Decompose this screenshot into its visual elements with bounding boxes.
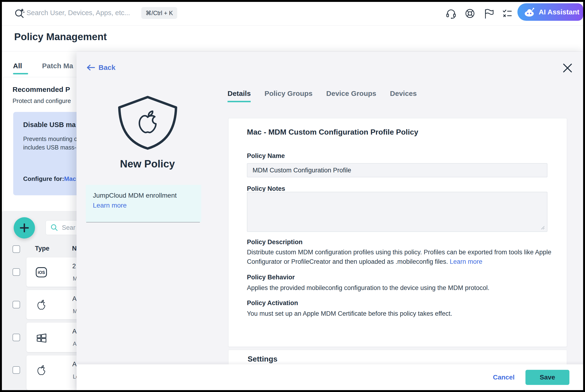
modal-footer: Cancel Save (77, 364, 585, 392)
policy-notes-textarea[interactable] (247, 192, 547, 232)
back-label: Back (99, 64, 116, 72)
policy-activation-label: Policy Activation (247, 300, 298, 307)
policy-card-heading: Mac - MDM Custom Configuration Profile P… (247, 128, 418, 136)
ios-icon: iOS (36, 267, 47, 278)
back-button[interactable]: Back (86, 64, 116, 72)
svg-text:iOS: iOS (38, 270, 45, 275)
policy-description-label: Policy Description (247, 238, 303, 246)
name-column-header[interactable]: N (72, 245, 77, 252)
new-policy-title: New Policy (87, 158, 208, 170)
enrollment-note-text: JumpCloud MDM enrollment (93, 192, 177, 199)
global-search-input[interactable]: Search User, Devices, Apps, etc... (27, 9, 130, 17)
help-lifebuoy-icon[interactable] (464, 8, 475, 19)
search-sparkle-icon[interactable] (14, 8, 25, 19)
close-icon[interactable] (562, 63, 573, 73)
tab-devices[interactable]: Devices (390, 90, 417, 102)
type-column-header[interactable]: Type (35, 245, 49, 252)
enrollment-note-box: JumpCloud MDM enrollment Learn more (86, 185, 201, 222)
row-name: A (72, 295, 77, 302)
app-window: Search User, Devices, Apps, etc... ⌘/Ctr… (0, 0, 585, 392)
recommended-policy-card-line1: Prevents mounting o (23, 136, 77, 142)
apple-shield-icon (117, 94, 178, 150)
policy-behavior-text: Applies the provided mobileconfig config… (247, 283, 554, 292)
page-title: Policy Management (14, 31, 107, 42)
tab-all[interactable]: All (13, 62, 22, 70)
select-all-checkbox[interactable] (13, 245, 20, 253)
policy-name-label: Policy Name (247, 152, 285, 160)
tab-device-groups[interactable]: Device Groups (326, 90, 376, 102)
policy-notes-label: Policy Notes (247, 185, 285, 192)
ai-robot-icon (523, 7, 535, 17)
search-icon (51, 224, 58, 232)
top-bar: Search User, Devices, Apps, etc... ⌘/Ctr… (2, 2, 583, 26)
row-name: A (72, 328, 77, 335)
recommended-subtitle: Protect and configure (13, 97, 71, 104)
row4-checkbox[interactable] (13, 366, 20, 374)
plus-icon (19, 222, 30, 233)
checklist-icon[interactable] (502, 8, 513, 19)
recommended-policy-card-line2: includes USB mass-s (23, 144, 79, 151)
row1-checkbox[interactable] (13, 268, 20, 276)
row-name: 2 (72, 262, 76, 270)
enrollment-learn-more-link[interactable]: Learn more (93, 202, 127, 209)
row3-checkbox[interactable] (13, 334, 20, 341)
support-headset-icon[interactable] (446, 8, 456, 19)
recommended-title: Recommended P (13, 86, 70, 94)
configure-for-label: Configure for: (23, 175, 64, 182)
ai-assistant-button[interactable]: AI Assistant (517, 3, 583, 21)
tab-patch-management[interactable]: Patch Ma (42, 62, 73, 70)
policy-search-placeholder: Sear (62, 224, 75, 232)
add-policy-button[interactable] (14, 217, 35, 238)
apple-icon (36, 298, 47, 311)
row-name: A (72, 360, 77, 368)
tab-details[interactable]: Details (228, 90, 251, 102)
policy-description-text: Distribute custom MDM configuration prof… (247, 248, 554, 266)
policy-behavior-label: Policy Behavior (247, 274, 295, 281)
policy-name-input[interactable] (247, 163, 547, 177)
policy-details-card: Mac - MDM Custom Configuration Profile P… (228, 118, 567, 347)
arrow-left-icon (86, 64, 95, 71)
tab-all-underline (13, 73, 28, 74)
policy-activation-text: You must set up an Apple MDM Certificate… (247, 309, 554, 318)
apple-icon (36, 364, 47, 376)
tab-policy-groups[interactable]: Policy Groups (264, 90, 312, 102)
settings-heading: Settings (248, 355, 277, 364)
windows-icon (36, 332, 47, 343)
cancel-button[interactable]: Cancel (493, 374, 514, 381)
ai-assistant-label: AI Assistant (539, 8, 579, 16)
new-policy-modal: Back New Policy JumpCloud MDM enrollment… (77, 52, 585, 392)
sidebar-divider (86, 222, 200, 222)
description-learn-more-link[interactable]: Learn more (450, 258, 482, 265)
page-header: Policy Management (2, 26, 583, 52)
recommended-policy-card-title: Disable USB ma (23, 121, 76, 129)
flag-icon[interactable] (483, 8, 494, 19)
row2-checkbox[interactable] (13, 301, 20, 308)
search-shortcut-badge: ⌘/Ctrl + K (141, 7, 177, 19)
modal-tab-bar: Details Policy Groups Device Groups Devi… (228, 90, 417, 102)
save-button[interactable]: Save (525, 370, 569, 385)
